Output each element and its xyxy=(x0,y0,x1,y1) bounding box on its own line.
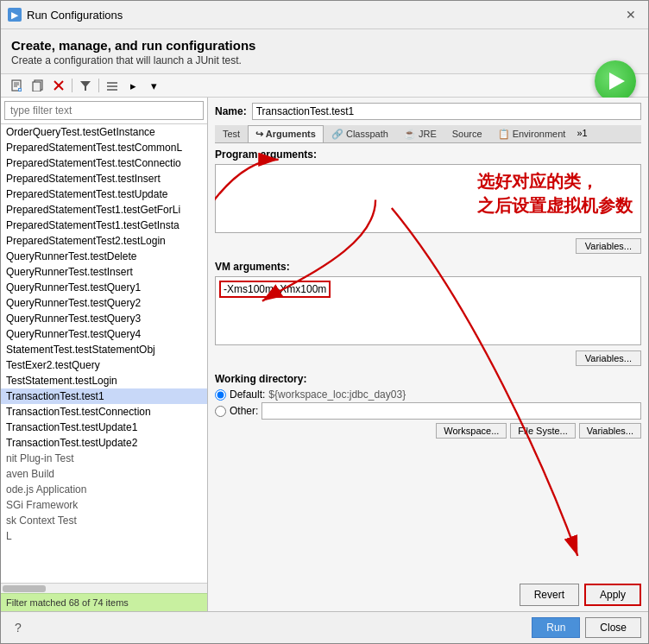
list-item[interactable]: ode.js Application xyxy=(1,482,207,497)
vm-args-label: VM arguments: xyxy=(215,261,641,273)
default-radio[interactable] xyxy=(215,389,226,401)
list-item-selected[interactable]: TransactionTest.test1 xyxy=(1,388,207,404)
tab-bar: Test ↪ Arguments 🔗 Classpath ☕ JRE Sourc… xyxy=(215,125,641,143)
filter-status-text: Filter matched 68 of 74 items xyxy=(6,597,129,608)
header-subtitle: Create a configuration that will launch … xyxy=(11,54,638,66)
vm-args-section: VM arguments: -Xms100m -Xmx100m Variable… xyxy=(215,261,641,366)
other-radio-label: Other: xyxy=(230,405,258,417)
list-item[interactable]: PreparedStatementTest.testUpdate xyxy=(1,186,207,202)
name-label: Name: xyxy=(215,105,247,117)
tab-arguments[interactable]: ↪ Arguments xyxy=(248,125,324,142)
vm-args-variables-button[interactable]: Variables... xyxy=(576,350,641,366)
tab-test[interactable]: Test xyxy=(215,125,248,142)
list-item[interactable]: QueryRunnerTest.testQuery2 xyxy=(1,295,207,311)
other-radio-row: Other: xyxy=(215,402,641,420)
list-item[interactable]: PreparedStatementTest.testConnectio xyxy=(1,155,207,171)
list-item[interactable]: TransactionTest.testUpdate1 xyxy=(1,420,207,435)
run-triangle xyxy=(609,73,625,90)
right-panel: Name: Test ↪ Arguments 🔗 Classpath ☕ JRE… xyxy=(208,98,648,611)
apply-button[interactable]: Apply xyxy=(584,584,641,606)
list-item[interactable]: QueryRunnerTest.testQuery4 xyxy=(1,326,207,342)
working-dir-label: Working directory: xyxy=(215,373,641,385)
workspace-button[interactable]: Workspace... xyxy=(436,423,507,439)
title-bar-left: ▶ Run Configurations xyxy=(8,8,123,22)
expand-button[interactable]: ▸ xyxy=(123,76,142,95)
other-radio[interactable] xyxy=(215,406,226,417)
scrollbar-thumb xyxy=(3,585,46,592)
close-button[interactable]: Close xyxy=(585,617,641,638)
list-item[interactable]: QueryRunnerTest.testDelete xyxy=(1,249,207,264)
tab-jre[interactable]: ☕ JRE xyxy=(396,125,444,142)
list-item[interactable]: TransactionTest.testConnection xyxy=(1,404,207,420)
program-args-section: Program arguments: Variables... xyxy=(215,148,641,254)
horizontal-scrollbar[interactable] xyxy=(1,583,207,593)
filter-button[interactable] xyxy=(76,76,95,95)
program-args-textarea[interactable] xyxy=(215,164,641,233)
svg-marker-11 xyxy=(80,81,91,91)
tab-content: Program arguments: Variables... VM argum… xyxy=(215,143,641,580)
list-item[interactable]: aven Build xyxy=(1,466,207,482)
program-args-label: Program arguments: xyxy=(215,148,641,161)
default-radio-row: Default: ${workspace_loc:jdbc_day03} xyxy=(215,388,641,401)
header: Create, manage, and run configurations C… xyxy=(1,29,648,73)
help-button[interactable]: ? xyxy=(8,619,28,636)
list-item[interactable]: TransactionTest.testUpdate2 xyxy=(1,435,207,451)
header-title: Create, manage, and run configurations xyxy=(11,38,638,53)
list-item[interactable]: PreparedStatementTest2.testLogin xyxy=(1,233,207,249)
list-item[interactable]: TestStatement.testLogin xyxy=(1,373,207,388)
list-item[interactable]: TestExer2.testQuery xyxy=(1,357,207,373)
list-item[interactable]: PreparedStatementTest1.testGetForLi xyxy=(1,202,207,218)
revert-apply-row: Revert Apply xyxy=(215,580,641,606)
default-radio-label: Default: xyxy=(230,388,265,401)
run-button[interactable]: Run xyxy=(532,617,580,638)
working-dir-buttons: Workspace... File Syste... Variables... xyxy=(215,423,641,439)
tab-source[interactable]: Source xyxy=(444,125,490,142)
filter-status: Filter matched 68 of 74 items xyxy=(1,593,207,611)
list-item[interactable]: PreparedStatementTest.testInsert xyxy=(1,171,207,186)
toolbar-separator2 xyxy=(98,79,99,92)
toolbar: ▸ ▾ xyxy=(1,73,648,98)
program-args-variables-button[interactable]: Variables... xyxy=(576,238,641,254)
bottom-bar: ? Run Close xyxy=(1,611,648,643)
window: ▶ Run Configurations ✕ Create, manage, a… xyxy=(0,0,649,644)
app-icon: ▶ xyxy=(8,8,22,22)
wd-variables-button[interactable]: Variables... xyxy=(579,423,641,439)
close-button[interactable]: ✕ xyxy=(621,6,641,23)
run-icon-button[interactable] xyxy=(595,60,636,102)
name-row: Name: xyxy=(215,103,641,120)
list-item[interactable]: nit Plug-in Test xyxy=(1,451,207,466)
vm-args-container[interactable]: -Xms100m -Xmx100m xyxy=(215,276,641,345)
list-item[interactable]: sk Context Test xyxy=(1,513,207,528)
dropdown-button[interactable]: ▾ xyxy=(144,76,163,95)
list-item[interactable]: QueryRunnerTest.testInsert xyxy=(1,264,207,280)
other-input[interactable] xyxy=(261,402,641,420)
list-item[interactable]: PreparedStatementTest1.testGetInsta xyxy=(1,218,207,233)
list-item[interactable]: SGi Framework xyxy=(1,497,207,513)
working-dir-section: Working directory: Default: ${workspace_… xyxy=(215,373,641,439)
list-item[interactable]: QueryRunnerTest.testQuery1 xyxy=(1,280,207,295)
duplicate-button[interactable] xyxy=(28,76,47,95)
vm-args-value: -Xms100m -Xmx100m xyxy=(219,281,331,298)
toolbar-separator xyxy=(72,79,72,92)
list-item[interactable]: StatementTest.testStatementObj xyxy=(1,342,207,357)
list-item[interactable]: PreparedStatementTest.testCommonL xyxy=(1,140,207,155)
window-title: Run Configurations xyxy=(27,9,123,22)
name-input[interactable] xyxy=(252,103,641,120)
revert-button[interactable]: Revert xyxy=(520,584,579,606)
filter-input[interactable] xyxy=(4,101,204,120)
delete-button[interactable] xyxy=(49,76,68,95)
title-bar: ▶ Run Configurations ✕ xyxy=(1,1,648,29)
list-item[interactable]: QueryRunnerTest.testQuery3 xyxy=(1,311,207,326)
default-radio-value: ${workspace_loc:jdbc_day03} xyxy=(268,388,406,401)
filesystem-button[interactable]: File Syste... xyxy=(510,423,575,439)
config-list: OrderQueryTest.testGetInstance PreparedS… xyxy=(1,123,207,583)
list-item[interactable]: OrderQueryTest.testGetInstance xyxy=(1,124,207,140)
tab-environment[interactable]: 📋 Environment xyxy=(490,125,574,142)
tab-classpath[interactable]: 🔗 Classpath xyxy=(324,125,396,142)
new-config-button[interactable] xyxy=(8,76,27,95)
main-content: OrderQueryTest.testGetInstance PreparedS… xyxy=(1,98,648,611)
list-item[interactable]: L xyxy=(1,528,207,544)
collapse-button[interactable] xyxy=(103,76,122,95)
svg-rect-8 xyxy=(33,82,41,92)
tab-more[interactable]: »1 xyxy=(573,125,590,142)
